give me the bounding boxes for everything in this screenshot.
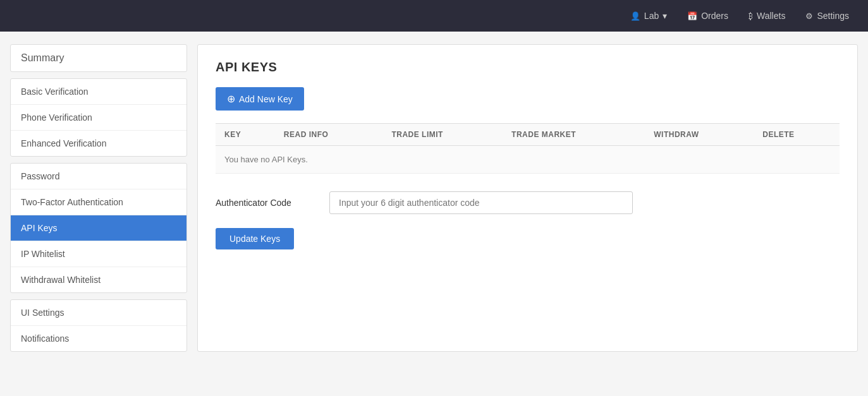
sidebar-item-ui-settings[interactable]: UI Settings (11, 300, 186, 326)
wallets-icon: ₿ (749, 11, 753, 21)
sidebar-item-two-factor[interactable]: Two-Factor Authentication (11, 189, 186, 215)
col-trade-market: TRADE MARKET (503, 124, 645, 146)
dropdown-icon: ▾ (663, 11, 667, 21)
col-trade-limit: TRADE LIMIT (382, 124, 503, 146)
sidebar-group-security: Password Two-Factor Authentication API K… (10, 163, 187, 293)
sidebar-group-preferences: UI Settings Notifications (10, 299, 187, 352)
sidebar: Summary Basic Verification Phone Verific… (10, 44, 187, 352)
table-header-row: KEY READ INFO TRADE LIMIT TRADE MARKET W… (216, 124, 840, 146)
col-read-info: READ INFO (275, 124, 383, 146)
authenticator-input[interactable] (329, 191, 633, 214)
authenticator-section: Authenticator Code (216, 191, 840, 214)
sidebar-group-verification: Basic Verification Phone Verification En… (10, 78, 187, 157)
sidebar-item-notifications[interactable]: Notifications (11, 326, 186, 351)
col-key: KEY (216, 124, 275, 146)
sidebar-item-basic-verification[interactable]: Basic Verification (11, 79, 186, 105)
sidebar-item-ip-whitelist[interactable]: IP Whitelist (11, 241, 186, 267)
nav-wallets-label: Wallets (757, 11, 785, 21)
sidebar-item-phone-verification[interactable]: Phone Verification (11, 105, 186, 131)
orders-icon: 📅 (687, 11, 697, 21)
col-delete: DELETE (754, 124, 840, 146)
sidebar-item-summary[interactable]: Summary (11, 45, 186, 71)
nav-orders-label: Orders (701, 11, 728, 21)
nav-wallets[interactable]: ₿ Wallets (740, 6, 794, 26)
nav-lab-label: Lab (644, 11, 659, 21)
nav-settings[interactable]: ⚙ Settings (797, 6, 858, 26)
empty-message: You have no API Keys. (216, 146, 840, 174)
main-content: API KEYS ⊕ Add New Key KEY READ INFO TRA… (197, 44, 858, 352)
layout: Summary Basic Verification Phone Verific… (0, 32, 868, 364)
nav-settings-label: Settings (817, 11, 849, 21)
authenticator-label: Authenticator Code (216, 198, 317, 208)
sidebar-item-enhanced-verification[interactable]: Enhanced Verification (11, 131, 186, 156)
sidebar-item-withdrawal-whitelist[interactable]: Withdrawal Whitelist (11, 267, 186, 292)
sidebar-item-password[interactable]: Password (11, 164, 186, 189)
topnav: 👤 Lab ▾ 📅 Orders ₿ Wallets ⚙ Settings (0, 0, 868, 32)
settings-icon: ⚙ (805, 11, 813, 21)
sidebar-item-api-keys[interactable]: API Keys (11, 215, 186, 241)
lab-icon: 👤 (630, 11, 640, 21)
add-new-key-button[interactable]: ⊕ Add New Key (216, 87, 304, 111)
api-keys-table: KEY READ INFO TRADE LIMIT TRADE MARKET W… (216, 123, 840, 174)
nav-orders[interactable]: 📅 Orders (678, 6, 737, 26)
plus-circle-icon: ⊕ (227, 93, 235, 105)
table-empty-row: You have no API Keys. (216, 146, 840, 174)
page-title: API KEYS (216, 60, 840, 75)
update-keys-button[interactable]: Update Keys (216, 228, 294, 249)
col-withdraw: WITHDRAW (645, 124, 754, 146)
sidebar-group-account: Summary (10, 44, 187, 72)
nav-lab[interactable]: 👤 Lab ▾ (621, 6, 676, 26)
